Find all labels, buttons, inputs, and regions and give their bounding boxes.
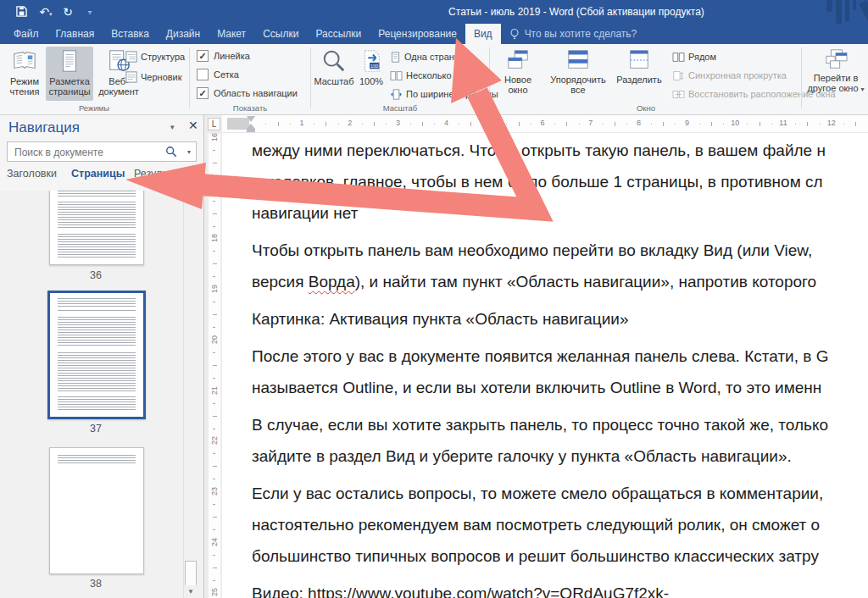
reset-window-icon bbox=[672, 89, 685, 100]
redo-icon: ↻ bbox=[63, 5, 73, 19]
qat-menu-icon: ▿ bbox=[88, 8, 92, 16]
navigation-pane-checkbox[interactable]: ✓ Область навигации bbox=[197, 86, 298, 100]
switch-windows-button[interactable]: Перейти в другое окно ▾ bbox=[805, 47, 866, 101]
document-line: зайдите в раздел Вид и уберите галочку у… bbox=[252, 440, 868, 472]
document-line: Если у вас остались вопросы, то можете с… bbox=[252, 478, 868, 509]
arrange-all-button[interactable]: Упорядочить все bbox=[544, 47, 612, 101]
document-text: между ними переключаться. Чтобы открыть … bbox=[252, 135, 868, 598]
sync-scrolling-icon bbox=[672, 70, 685, 81]
page-width-button[interactable]: По ширине страницы bbox=[390, 86, 498, 102]
outline-icon bbox=[125, 51, 137, 63]
scrollbar-thumb[interactable] bbox=[185, 561, 197, 588]
new-window-button[interactable]: Новое окно bbox=[493, 47, 542, 101]
vertical-ruler: 16171819202122232425 bbox=[209, 134, 220, 598]
tab-mailings[interactable]: Рассылки bbox=[307, 24, 370, 44]
page-thumbnail-36[interactable] bbox=[49, 191, 144, 265]
left-indent-marker[interactable] bbox=[247, 129, 255, 132]
gridlines-checkbox-label: Сетка bbox=[214, 69, 239, 80]
scroll-down-icon[interactable]: ▼ bbox=[184, 585, 198, 598]
read-mode-button[interactable]: Режим чтения bbox=[5, 47, 44, 101]
page-width-label: По ширине страницы bbox=[406, 89, 498, 99]
view-side-by-side-button[interactable]: Рядом bbox=[672, 49, 716, 64]
zoom-100-button[interactable]: 100 100% bbox=[356, 47, 387, 101]
save-button[interactable] bbox=[14, 3, 29, 20]
checkbox-icon: ✓ bbox=[197, 50, 209, 62]
first-line-indent-marker[interactable] bbox=[247, 116, 255, 122]
undo-button[interactable]: ↶▾ bbox=[36, 3, 56, 20]
page-number-label: 36 bbox=[47, 269, 144, 281]
tab-layout[interactable]: Макет bbox=[209, 24, 254, 44]
tab-file[interactable]: Файл bbox=[5, 24, 47, 44]
outline-button[interactable]: Структура bbox=[125, 49, 185, 64]
document-line: между ними переключаться. Чтобы открыть … bbox=[252, 135, 868, 166]
one-page-button[interactable]: Одна страница bbox=[390, 49, 470, 64]
page-width-icon bbox=[390, 89, 403, 100]
save-icon bbox=[16, 6, 27, 17]
pane-options-button[interactable]: ▾ bbox=[170, 123, 175, 131]
checkbox-icon: ✓ bbox=[197, 87, 209, 99]
tab-references[interactable]: Ссылки bbox=[254, 24, 307, 44]
zoom-button[interactable]: Масштаб bbox=[314, 47, 354, 101]
document-line: настоятельно рекомендуем вам посмотреть … bbox=[252, 509, 868, 540]
gridlines-checkbox[interactable]: Сетка bbox=[197, 68, 239, 81]
nav-tab-headings[interactable]: Заголовки bbox=[7, 168, 57, 180]
draft-icon bbox=[125, 71, 137, 83]
close-icon[interactable]: ✕ bbox=[188, 119, 198, 132]
tab-insert[interactable]: Вставка bbox=[103, 24, 158, 44]
tab-home[interactable]: Главная bbox=[47, 24, 103, 44]
split-button[interactable]: Разделить bbox=[614, 47, 665, 101]
scroll-up-icon[interactable]: ▲ bbox=[184, 191, 198, 204]
ribbon-tab-bar: Файл Главная Вставка Дизайн Макет Ссылки… bbox=[0, 24, 868, 44]
group-label-window: Окно bbox=[491, 103, 801, 113]
tell-me-box[interactable]: Что вы хотите сделать? bbox=[501, 24, 646, 44]
document-edit-area[interactable]: между ними переключаться. Чтобы открыть … bbox=[222, 133, 868, 598]
window-title: Статьи - июль 2019 - Word (Сбой активаци… bbox=[322, 0, 831, 24]
tell-me-label: Что вы хотите сделать? bbox=[525, 28, 637, 40]
arrange-all-icon bbox=[565, 48, 591, 72]
tab-review[interactable]: Рецензирование bbox=[370, 24, 465, 44]
search-input[interactable] bbox=[13, 144, 152, 161]
print-layout-icon bbox=[57, 48, 82, 74]
document-search-box[interactable]: ▾ bbox=[7, 141, 197, 162]
split-icon bbox=[626, 48, 652, 72]
split-label: Разделить bbox=[616, 75, 661, 85]
title-bar: ↶▾ ↻ ▿ Статьи - июль 2019 - Word (Сбой а… bbox=[0, 0, 868, 24]
page-number-label: 38 bbox=[47, 578, 144, 590]
search-icon[interactable] bbox=[165, 146, 177, 158]
side-by-side-label: Рядом bbox=[688, 52, 716, 62]
document-line: версия Ворда), и найти там пункт «Област… bbox=[252, 266, 868, 297]
multiple-pages-button[interactable]: Несколько страниц bbox=[390, 68, 489, 83]
arrange-all-label: Упорядочить все bbox=[550, 75, 605, 95]
tab-stop-selector[interactable]: L bbox=[208, 118, 220, 130]
page-thumbnail-37[interactable] bbox=[47, 291, 146, 419]
print-layout-button[interactable]: Разметка страницы bbox=[46, 47, 93, 101]
undo-icon: ↶ bbox=[39, 5, 49, 19]
redo-button[interactable]: ↻ bbox=[61, 3, 75, 20]
nav-tab-results[interactable]: Результаты bbox=[134, 168, 190, 180]
synchronous-scrolling-button: Синхронная прокрутка bbox=[672, 68, 787, 83]
page-thumbnail-38[interactable] bbox=[49, 447, 144, 574]
switch-windows-icon bbox=[823, 48, 849, 70]
zoom-label: Масштаб bbox=[314, 76, 353, 86]
checkbox-icon bbox=[197, 69, 209, 80]
ruler-checkbox[interactable]: ✓ Линейка bbox=[197, 49, 250, 63]
draft-button[interactable]: Черновик bbox=[125, 69, 182, 85]
navigation-pane: Навигация ▾ ✕ ▾ Заголовки Страницы Резул… bbox=[0, 115, 203, 598]
document-line: заголовков, главное, чтобы в нем было бо… bbox=[252, 166, 868, 197]
zoom-magnifier-icon bbox=[321, 48, 347, 74]
chevron-down-icon[interactable]: ▾ bbox=[187, 148, 191, 156]
nav-scrollbar[interactable]: ▲ ▼ bbox=[183, 191, 198, 598]
tab-view[interactable]: Вид bbox=[465, 24, 501, 44]
document-line: навигации нет bbox=[252, 197, 868, 229]
tab-design[interactable]: Дизайн bbox=[158, 24, 209, 44]
new-window-label: Новое окно bbox=[504, 75, 531, 95]
group-label-modes: Режимы bbox=[0, 103, 188, 113]
nav-tab-pages[interactable]: Страницы bbox=[71, 168, 125, 180]
navigation-pane-checkbox-label: Область навигации bbox=[214, 88, 298, 98]
zoom-100-label: 100% bbox=[359, 76, 383, 86]
customize-qat-button[interactable]: ▿ bbox=[83, 3, 97, 20]
new-window-icon bbox=[505, 48, 531, 72]
print-layout-label: Разметка страницы bbox=[48, 76, 90, 97]
one-page-label: Одна страница bbox=[404, 52, 470, 62]
word-window: ↶▾ ↻ ▿ Статьи - июль 2019 - Word (Сбой а… bbox=[0, 0, 868, 598]
